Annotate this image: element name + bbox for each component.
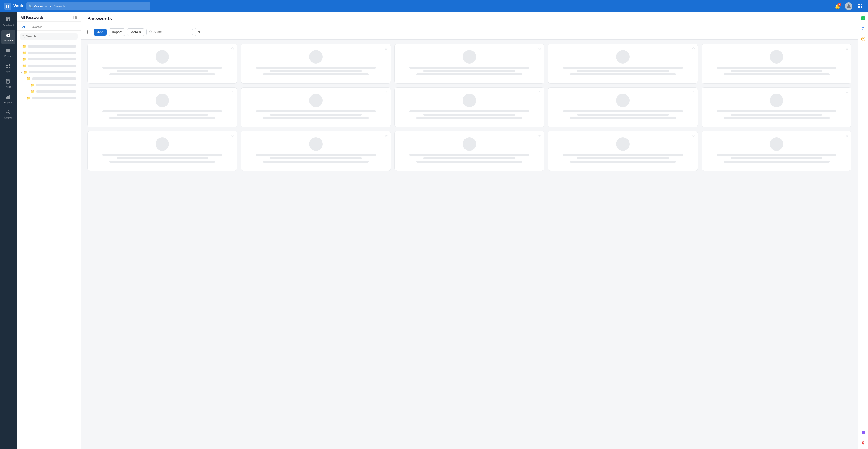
chat-icon[interactable] xyxy=(859,429,867,437)
tree-item[interactable]: 📁 xyxy=(18,50,79,56)
card-avatar xyxy=(616,50,629,64)
card-avatar xyxy=(770,50,783,64)
password-card[interactable]: ☆ xyxy=(395,44,544,84)
star-icon[interactable]: ☆ xyxy=(385,46,388,51)
star-icon[interactable]: ☆ xyxy=(845,90,848,94)
more-button[interactable]: More ▾ xyxy=(127,28,145,36)
sidebar-item-audit[interactable]: Audit xyxy=(1,76,16,91)
star-icon[interactable]: ☆ xyxy=(538,46,541,51)
star-icon[interactable]: ☆ xyxy=(845,46,848,51)
folder-icon: 📁 xyxy=(22,64,26,68)
star-icon[interactable]: ☆ xyxy=(845,134,848,138)
notifications-button[interactable]: 🔔 1 xyxy=(833,2,842,10)
global-search-input[interactable] xyxy=(54,4,148,8)
card-line xyxy=(563,154,683,156)
search-type-icon: 🔍 xyxy=(28,4,33,8)
user-avatar[interactable] xyxy=(845,2,852,10)
password-card[interactable]: ☆ xyxy=(702,87,851,127)
add-button[interactable]: + xyxy=(822,2,830,10)
svg-rect-34 xyxy=(75,16,77,19)
folder-icon: 📁 xyxy=(22,57,26,61)
password-card[interactable]: ☆ xyxy=(702,44,851,84)
sync-icon[interactable] xyxy=(859,25,867,33)
password-card[interactable]: ☆ xyxy=(241,87,391,127)
card-lines xyxy=(399,67,540,75)
tab-favorites[interactable]: Favorites xyxy=(28,24,45,30)
filter-button[interactable] xyxy=(195,28,203,36)
reports-label: Reports xyxy=(4,101,12,104)
filter-icon xyxy=(197,30,201,34)
svg-rect-29 xyxy=(7,96,8,99)
password-card[interactable]: ☆ xyxy=(702,131,851,171)
star-icon[interactable]: ☆ xyxy=(692,46,695,51)
tab-all[interactable]: All xyxy=(20,24,28,30)
panel-title: All Passwords xyxy=(21,15,44,19)
sidebar-item-settings[interactable]: Settings xyxy=(1,107,16,122)
tree-item[interactable]: 📁 xyxy=(18,56,79,63)
star-icon[interactable]: ☆ xyxy=(385,134,388,138)
panel-search-input[interactable] xyxy=(26,35,76,38)
apps-grid-button[interactable] xyxy=(856,2,864,10)
star-icon[interactable]: ☆ xyxy=(538,134,541,138)
svg-rect-15 xyxy=(8,17,10,19)
card-lines xyxy=(92,154,233,163)
password-card[interactable]: ☆ xyxy=(87,87,237,127)
star-icon[interactable]: ☆ xyxy=(538,90,541,94)
card-line xyxy=(577,157,669,159)
import-button[interactable]: Import xyxy=(109,28,125,36)
password-card[interactable]: ☆ xyxy=(548,131,698,171)
panel-tabs: All Favorites xyxy=(17,22,81,31)
star-icon[interactable]: ☆ xyxy=(231,46,234,51)
content-search-input[interactable] xyxy=(153,30,190,34)
tree-item[interactable]: 📁 xyxy=(18,88,79,95)
star-icon[interactable]: ☆ xyxy=(231,134,234,138)
card-line xyxy=(577,70,669,72)
tree-item[interactable]: 📁 xyxy=(18,95,79,101)
tree-item[interactable]: ▾ 📁 xyxy=(18,69,79,75)
panel-collapse-button[interactable] xyxy=(73,16,77,19)
tree-item[interactable]: 📁 xyxy=(18,43,79,50)
password-card[interactable]: ☆ xyxy=(395,131,544,171)
star-icon[interactable]: ☆ xyxy=(385,90,388,94)
card-lines xyxy=(706,110,847,119)
password-card[interactable]: ☆ xyxy=(395,87,544,127)
sidebar-item-dashboard[interactable]: Dashboard xyxy=(1,14,16,29)
card-lines xyxy=(245,110,386,119)
card-lines xyxy=(399,154,540,163)
sidebar-item-folders[interactable]: Folders xyxy=(1,45,16,60)
sidebar-item-passwords[interactable]: Passwords xyxy=(1,30,16,44)
card-line xyxy=(270,157,362,159)
sidebar-item-apps[interactable]: Apps xyxy=(1,61,16,75)
help-icon[interactable] xyxy=(859,35,867,43)
app-logo[interactable]: Vault xyxy=(4,3,23,10)
star-icon[interactable]: ☆ xyxy=(692,134,695,138)
search-type-selector[interactable]: 🔍 Password ▾ xyxy=(28,4,53,8)
card-avatar xyxy=(616,137,629,151)
status-green-icon[interactable] xyxy=(859,14,867,22)
location-icon[interactable] xyxy=(859,439,867,447)
password-card[interactable]: ☆ xyxy=(548,87,698,127)
sidebar-item-reports[interactable]: Reports xyxy=(1,92,16,106)
apps-label: Apps xyxy=(6,70,11,73)
add-button[interactable]: Add xyxy=(94,29,107,36)
app-name: Vault xyxy=(13,4,23,8)
card-line xyxy=(263,73,369,75)
tree-item[interactable]: 📁 xyxy=(18,75,79,82)
card-line xyxy=(424,114,515,116)
password-card[interactable]: ☆ xyxy=(87,131,237,171)
card-line xyxy=(717,67,836,69)
tree-item[interactable]: 📁 xyxy=(18,63,79,69)
card-line xyxy=(570,161,676,163)
tree-label xyxy=(28,58,76,60)
password-card[interactable]: ☆ xyxy=(241,131,391,171)
tree-item[interactable]: 📁 xyxy=(18,82,79,88)
password-card[interactable]: ☆ xyxy=(241,44,391,84)
card-lines xyxy=(399,110,540,119)
passwords-grid-container: ☆ ☆ xyxy=(81,39,858,449)
select-all-checkbox[interactable] xyxy=(87,30,91,34)
star-icon[interactable]: ☆ xyxy=(231,90,234,94)
password-card[interactable]: ☆ xyxy=(87,44,237,84)
panel-header: All Passwords xyxy=(17,12,81,22)
star-icon[interactable]: ☆ xyxy=(692,90,695,94)
password-card[interactable]: ☆ xyxy=(548,44,698,84)
